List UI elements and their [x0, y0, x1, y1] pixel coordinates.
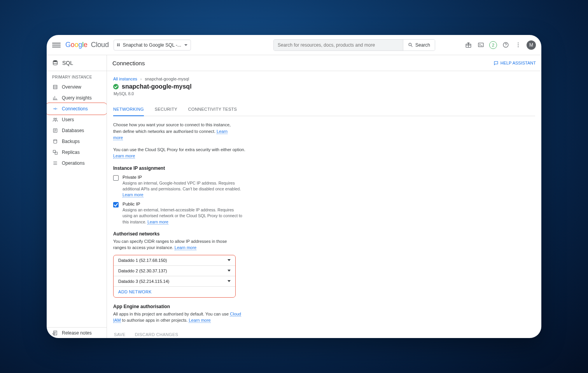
chevron-down-icon — [228, 270, 231, 272]
help-icon[interactable] — [502, 41, 509, 49]
svg-line-1 — [411, 45, 412, 47]
cloud-shell-icon[interactable] — [477, 41, 485, 49]
connection-icon — [52, 106, 58, 112]
expand-panel-icon[interactable]: ‹| — [52, 331, 55, 336]
intro-text-1: Choose how you want your source to conne… — [113, 122, 234, 141]
backups-icon — [52, 139, 58, 145]
add-network-button[interactable]: ADD NETWORK — [114, 287, 235, 297]
help-assistant-button[interactable]: HELP ASSISTANT — [494, 61, 536, 66]
private-ip-option: Private IP Assigns an internal, Google-h… — [113, 175, 362, 198]
public-ip-label: Public IP — [122, 202, 243, 206]
svg-point-6 — [518, 42, 518, 43]
status-ok-icon — [113, 84, 119, 89]
databases-icon — [52, 128, 58, 134]
save-button[interactable]: SAVE — [113, 330, 126, 338]
chevron-right-icon: › — [140, 77, 142, 81]
tab-bar: NETWORKING SECURITY CONNECTIVITY TESTS — [113, 103, 535, 116]
sidebar-item-users[interactable]: Users — [47, 114, 107, 125]
chevron-down-icon — [228, 280, 231, 282]
chevron-down-icon — [184, 44, 187, 46]
product-label: SQL — [47, 55, 107, 71]
sidebar-item-operations[interactable]: Operations — [47, 158, 107, 169]
sidebar-item-backups[interactable]: Backups — [47, 136, 107, 147]
instance-version: MySQL 8.0 — [114, 91, 535, 96]
authorised-networks-heading: Authorised networks — [113, 231, 362, 237]
search-button[interactable]: Search — [403, 40, 435, 51]
svg-point-5 — [505, 46, 506, 46]
learn-more-link[interactable]: Learn more — [122, 192, 144, 197]
svg-point-11 — [53, 118, 55, 120]
svg-point-9 — [53, 60, 58, 62]
sidebar-item-release-notes[interactable]: Release notes — [47, 327, 107, 338]
overview-icon — [52, 84, 58, 90]
authorised-networks-desc: You can specify CIDR ranges to allow IP … — [113, 238, 234, 251]
svg-point-0 — [409, 43, 411, 46]
learn-more-link[interactable]: Learn more — [113, 153, 135, 159]
learn-more-link[interactable]: Learn more — [189, 318, 210, 323]
public-ip-desc: Assigns an external, Internet-accessible… — [122, 207, 243, 225]
private-ip-label: Private IP — [122, 175, 243, 180]
gift-icon[interactable] — [464, 41, 472, 49]
sidebar-item-databases[interactable]: Databases — [47, 125, 107, 136]
global-header: Google Cloud Snapchat to Google SQL -...… — [47, 35, 541, 55]
breadcrumb-leaf: snapchat-google-mysql — [145, 77, 189, 81]
chevron-down-icon — [228, 259, 231, 261]
learn-more-link[interactable]: Learn more — [175, 245, 196, 250]
svg-point-8 — [518, 46, 518, 47]
app-engine-desc: All apps in this project are authorised … — [113, 311, 242, 324]
operations-icon — [52, 160, 58, 166]
project-name: Snapchat to Google SQL -... — [123, 42, 181, 48]
learn-more-link[interactable]: Learn more — [147, 220, 168, 225]
sidebar-item-overview[interactable]: Overview — [47, 82, 107, 92]
search-box: Search — [273, 39, 435, 51]
svg-point-14 — [53, 139, 56, 141]
notifications-badge[interactable]: 2 — [489, 41, 497, 49]
search-icon — [408, 42, 413, 47]
breadcrumb: All instances › snapchat-google-mysql — [113, 77, 535, 81]
database-icon — [52, 60, 58, 66]
page-title: Connections — [112, 60, 145, 66]
form-actions: SAVE DISCARD CHANGES — [113, 330, 362, 338]
app-engine-heading: App Engine authorisation — [113, 304, 362, 309]
intro-text-2: You can use the Cloud SQL Proxy for extr… — [113, 146, 245, 159]
svg-rect-10 — [53, 85, 57, 89]
sidebar-item-replicas[interactable]: Replicas — [47, 147, 107, 158]
public-ip-option: Public IP Assigns an external, Internet-… — [113, 202, 362, 225]
private-ip-checkbox[interactable] — [113, 175, 119, 181]
sidebar: PRIMARY INSTANCE Overview Query insights… — [47, 71, 107, 338]
public-ip-checkbox[interactable] — [113, 202, 119, 207]
search-input[interactable] — [274, 40, 403, 51]
authorised-networks-box: Dataddo 1 (52.17.68.150) Dataddo 2 (52.3… — [113, 255, 236, 298]
svg-point-7 — [518, 44, 518, 45]
sidebar-item-connections[interactable]: Connections — [47, 103, 107, 114]
network-row[interactable]: Dataddo 3 (52.214.115.14) — [114, 276, 235, 287]
tab-connectivity-tests[interactable]: CONNECTIVITY TESTS — [188, 103, 237, 116]
instance-title: snapchat-google-mysql — [113, 83, 535, 90]
project-picker[interactable]: Snapchat to Google SQL -... — [114, 40, 191, 51]
product-header: SQL Connections HELP ASSISTANT — [47, 55, 541, 71]
google-cloud-logo[interactable]: Google Cloud — [65, 41, 109, 49]
main-content: All instances › snapchat-google-mysql sn… — [107, 71, 541, 338]
svg-point-12 — [55, 118, 57, 120]
sidebar-item-query-insights[interactable]: Query insights — [47, 92, 107, 103]
ip-heading: Instance IP assignment — [113, 166, 362, 171]
tab-networking[interactable]: NETWORKING — [113, 103, 144, 116]
menu-icon[interactable] — [52, 43, 61, 47]
sidebar-section-label: PRIMARY INSTANCE — [47, 71, 107, 82]
svg-rect-3 — [478, 43, 483, 47]
more-icon[interactable] — [514, 41, 522, 49]
network-row[interactable]: Dataddo 2 (52.30.37.137) — [114, 266, 235, 276]
discard-button[interactable]: DISCARD CHANGES — [134, 330, 179, 338]
tab-security[interactable]: SECURITY — [155, 103, 177, 116]
users-icon — [52, 117, 58, 123]
avatar[interactable]: M — [527, 40, 536, 50]
private-ip-desc: Assigns an internal, Google-hosted VPC I… — [122, 180, 243, 198]
replicas-icon — [52, 150, 58, 155]
chat-icon — [494, 61, 499, 66]
chart-icon — [52, 95, 58, 101]
breadcrumb-root[interactable]: All instances — [113, 77, 137, 81]
network-row[interactable]: Dataddo 1 (52.17.68.150) — [114, 255, 235, 266]
